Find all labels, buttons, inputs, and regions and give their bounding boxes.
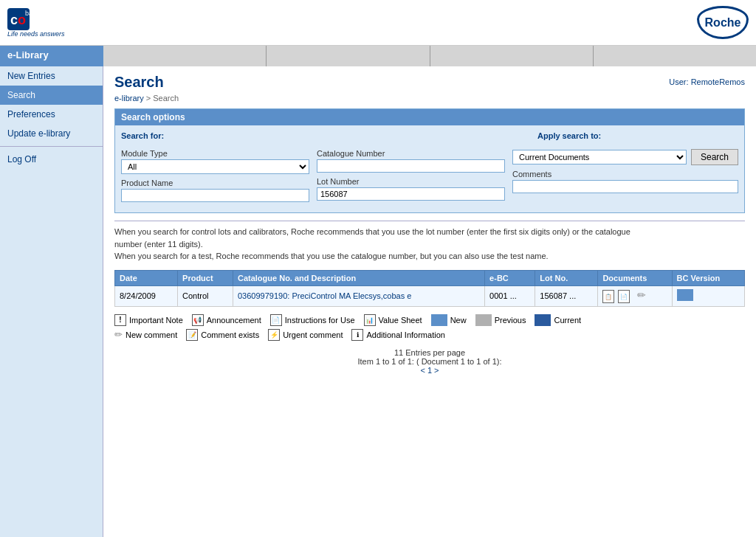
catalogue-number-input[interactable] [317, 159, 505, 173]
svg-text:bas: bas [25, 10, 36, 17]
instructions-icon: 📄 [270, 314, 282, 326]
additional-info-icon: ℹ [351, 329, 363, 341]
pencil-icon[interactable]: ✏ [637, 289, 646, 301]
search-for-label: Search for: [121, 131, 523, 140]
results-table: Date Product Catalogue No. and Descripti… [114, 270, 745, 307]
legend-additional-info: ℹ Additional Information [351, 329, 444, 341]
new-label: New [450, 316, 467, 325]
product-name-input[interactable] [121, 189, 309, 202]
urgent-comment-icon: ⚡ [268, 329, 280, 341]
doc-icon-1[interactable]: 📋 [602, 290, 614, 303]
new-color-box [431, 314, 447, 326]
legend-row-1: ! Important Note 📢 Announcement 📄 Instru… [114, 314, 745, 326]
catalogue-number-label: Catalogue Number [317, 149, 505, 158]
layout: New Entries Search Preferences Update e-… [0, 66, 756, 537]
legend-current: Current [535, 314, 581, 326]
current-color-box [535, 314, 551, 326]
cell-bc-version[interactable] [672, 285, 744, 306]
header: c o bas Life needs answers Roche [0, 0, 756, 46]
legend-important-note: ! Important Note [114, 314, 183, 326]
doc-icon-2[interactable]: 📄 [618, 290, 630, 303]
svg-text:c: c [10, 13, 18, 27]
apply-dropdown[interactable]: Current DocumentsAll DocumentsPrevious D… [512, 150, 687, 164]
bc-version-blue-box[interactable] [677, 289, 693, 301]
legend-previous: Previous [475, 314, 526, 326]
new-comment-icon: ✏ [114, 329, 123, 340]
previous-color-box [475, 314, 492, 326]
legend-instructions: 📄 Instructions for Use [270, 314, 355, 326]
legend-value-sheet: 📊 Value Sheet [364, 314, 422, 326]
cell-documents: 📋 📄 ✏ [598, 285, 672, 306]
col-product: Product [178, 270, 233, 285]
search-options-box: Search options Search for: Apply search … [114, 108, 745, 213]
lot-number-label: Lot Number [317, 177, 505, 186]
roche-logo: Roche [697, 6, 749, 39]
search-button[interactable]: Search [691, 149, 738, 165]
comments-group: Comments [512, 170, 738, 193]
important-note-icon: ! [114, 314, 126, 326]
sidebar-item-update-elibrary[interactable]: Update e-library [0, 124, 103, 143]
logo-area: c o bas Life needs answers [7, 8, 65, 38]
page-links[interactable]: < 1 > [114, 366, 745, 375]
sidebar-divider [0, 146, 103, 147]
sidebar-item-log-off[interactable]: Log Off [0, 150, 103, 169]
legend-comment-exists: 📝 Comment exists [186, 329, 259, 341]
search-form: Search for: Apply search to: Module Type… [115, 125, 744, 212]
nav-item-2[interactable] [267, 46, 430, 66]
nav-item-4[interactable] [594, 46, 756, 66]
right-fields: Current DocumentsAll DocumentsPrevious D… [512, 149, 738, 198]
lot-number-input[interactable] [317, 187, 505, 201]
additional-info-label: Additional Information [366, 330, 444, 339]
legend-row-2: ✏ New comment 📝 Comment exists ⚡ Urgent … [114, 329, 745, 341]
form-labels-row: Search for: Apply search to: [121, 131, 738, 145]
comment-exists-icon: 📝 [186, 329, 198, 341]
cell-lot: 156087 ... [535, 285, 598, 306]
value-sheet-icon: 📊 [364, 314, 376, 326]
entries-per-page: 11 Entries per page [114, 348, 745, 357]
legend-announcement: 📢 Announcement [192, 314, 261, 326]
nav-elibrary[interactable]: e-Library [0, 46, 103, 66]
page-title: Search [114, 74, 179, 91]
urgent-comment-label: Urgent comment [283, 330, 343, 339]
middle-fields: Catalogue Number Lot Number [317, 149, 505, 205]
legend: ! Important Note 📢 Announcement 📄 Instru… [114, 314, 745, 341]
cell-ebc: 0001 ... [485, 285, 535, 306]
module-type-label: Module Type [121, 149, 309, 158]
main-content: Search e-library > Search User: RemoteRe… [103, 66, 756, 537]
logo-subtext: Life needs answers [7, 30, 65, 38]
module-type-select[interactable]: AllControlCalibratorReagentTest [121, 159, 309, 174]
announcement-icon: 📢 [192, 314, 204, 326]
col-date: Date [115, 270, 178, 285]
current-label: Current [554, 316, 581, 325]
col-ebc: e-BC [485, 270, 535, 285]
module-type-group: Module Type AllControlCalibratorReagentT… [121, 149, 309, 174]
cobas-logo: c o bas [7, 8, 52, 30]
sidebar-item-new-entries[interactable]: New Entries [0, 66, 103, 86]
comments-input[interactable] [512, 180, 738, 193]
cell-product: Control [178, 285, 233, 306]
instructions-label: Instructions for Use [285, 316, 355, 325]
nav-item-1[interactable] [103, 46, 267, 66]
breadcrumb: e-library > Search [114, 94, 179, 103]
breadcrumb-home-link[interactable]: e-library [114, 94, 144, 103]
legend-new-comment: ✏ New comment [114, 329, 177, 340]
col-catalogue: Catalogue No. and Description [233, 270, 484, 285]
table-header-row: Date Product Catalogue No. and Descripti… [115, 270, 745, 285]
user-info: User: RemoteRemos [669, 77, 745, 86]
search-options-title: Search options [115, 109, 744, 125]
comment-exists-label: Comment exists [201, 330, 259, 339]
nav-item-3[interactable] [430, 46, 594, 66]
left-fields: Module Type AllControlCalibratorReagentT… [121, 149, 309, 207]
sidebar-item-preferences[interactable]: Preferences [0, 105, 103, 124]
cell-catalogue[interactable]: 03609979190: PreciControl MA Elecsys,cob… [233, 285, 484, 306]
col-documents: Documents [598, 270, 672, 285]
catalogue-number-group: Catalogue Number [317, 149, 505, 173]
cell-date: 8/24/2009 [115, 285, 178, 306]
info-text: When you search for control lots and cal… [114, 221, 745, 263]
col-bc-version: BC Version [672, 270, 744, 285]
sidebar: New Entries Search Preferences Update e-… [0, 66, 103, 537]
new-comment-label: New comment [126, 330, 177, 339]
apply-to-label: Apply search to: [537, 131, 738, 140]
sidebar-item-search[interactable]: Search [0, 86, 103, 105]
comments-label: Comments [512, 170, 738, 179]
